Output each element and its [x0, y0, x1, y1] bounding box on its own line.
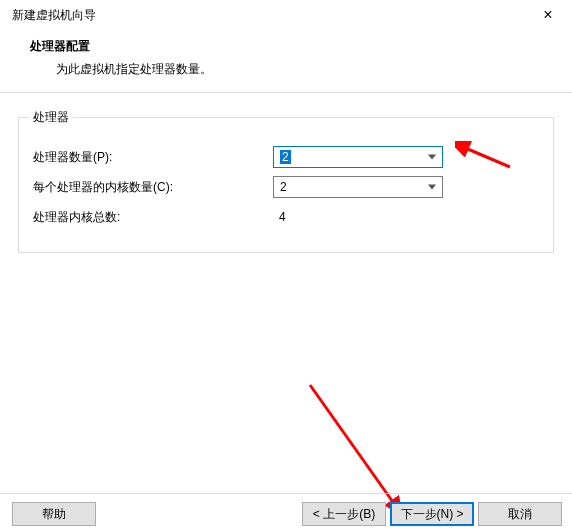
- back-button[interactable]: < 上一步(B): [302, 502, 386, 526]
- row-cores: 每个处理器的内核数量(C): 2: [33, 176, 539, 198]
- row-processors: 处理器数量(P): 2: [33, 146, 539, 168]
- page-title: 处理器配置: [30, 38, 556, 55]
- footer-bar: 帮助 < 上一步(B) 下一步(N) > 取消: [0, 493, 572, 532]
- cancel-button[interactable]: 取消: [478, 502, 562, 526]
- label-cores: 每个处理器的内核数量(C):: [33, 179, 273, 196]
- help-button[interactable]: 帮助: [12, 502, 96, 526]
- window-title: 新建虚拟机向导: [12, 7, 96, 24]
- close-icon[interactable]: ×: [536, 6, 560, 24]
- label-processors: 处理器数量(P):: [33, 149, 273, 166]
- chevron-down-icon: [428, 155, 436, 160]
- content-area: 处理器 处理器数量(P): 2 每个处理器的内核数量(C): 2 处理器内核总数…: [0, 93, 572, 269]
- next-button[interactable]: 下一步(N) >: [390, 502, 474, 526]
- select-cores[interactable]: 2: [273, 176, 443, 198]
- total-value: 4: [273, 210, 286, 224]
- wizard-header: 处理器配置 为此虚拟机指定处理器数量。: [0, 28, 572, 92]
- page-subtitle: 为此虚拟机指定处理器数量。: [30, 61, 556, 78]
- select-cores-value: 2: [280, 180, 287, 194]
- group-legend: 处理器: [29, 109, 73, 126]
- label-total: 处理器内核总数:: [33, 209, 273, 226]
- select-processors-value: 2: [280, 150, 291, 164]
- footer-right-group: < 上一步(B) 下一步(N) > 取消: [300, 502, 562, 526]
- select-processors[interactable]: 2: [273, 146, 443, 168]
- row-total: 处理器内核总数: 4: [33, 206, 539, 228]
- processor-group: 处理器 处理器数量(P): 2 每个处理器的内核数量(C): 2 处理器内核总数…: [18, 109, 554, 253]
- titlebar: 新建虚拟机向导 ×: [0, 0, 572, 28]
- svg-line-1: [310, 385, 395, 505]
- chevron-down-icon: [428, 185, 436, 190]
